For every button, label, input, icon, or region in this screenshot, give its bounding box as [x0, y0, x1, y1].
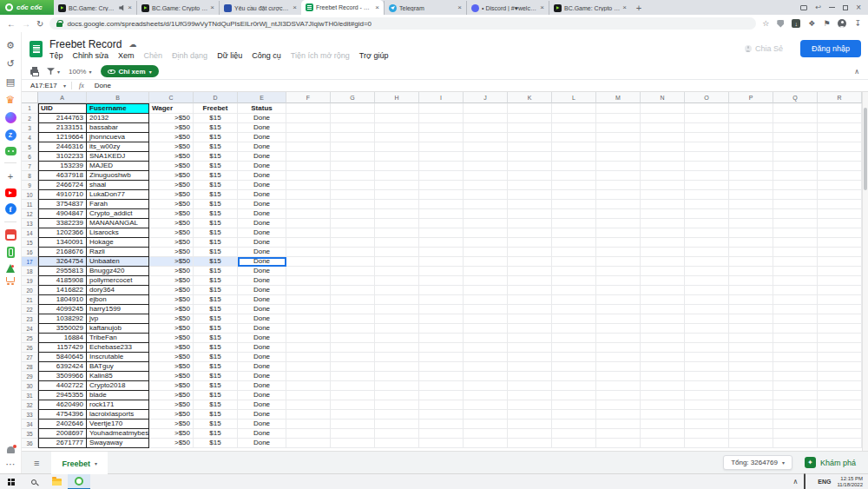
- grid-cell[interactable]: [773, 314, 818, 324]
- grid-cell[interactable]: [685, 257, 729, 267]
- row-header[interactable]: 26: [22, 343, 38, 353]
- grid-cell[interactable]: [729, 429, 773, 439]
- grid-cell[interactable]: [552, 200, 596, 209]
- menu-chèn[interactable]: Chèn: [144, 51, 163, 60]
- row-header[interactable]: 24: [22, 324, 38, 334]
- grid-cell[interactable]: [818, 420, 862, 429]
- grid-cell[interactable]: [641, 219, 685, 228]
- grid-cell[interactable]: [375, 181, 419, 190]
- grid-cell[interactable]: [508, 420, 552, 429]
- grid-cell[interactable]: [508, 142, 552, 152]
- grid-cell[interactable]: [464, 305, 508, 314]
- grid-cell[interactable]: [331, 353, 375, 362]
- grid-cell[interactable]: [596, 381, 641, 391]
- column-header-B[interactable]: B: [87, 92, 149, 103]
- grid-cell[interactable]: [464, 439, 508, 448]
- grid-cell[interactable]: >$50: [149, 257, 194, 267]
- grid-cell[interactable]: [596, 295, 641, 305]
- grid-cell[interactable]: >$50: [149, 219, 194, 228]
- grid-cell[interactable]: [419, 142, 464, 152]
- history-icon[interactable]: ↺: [4, 57, 16, 69]
- crown-icon[interactable]: ♛: [4, 94, 16, 106]
- grid-cell[interactable]: Done: [238, 228, 286, 238]
- grid-cell[interactable]: [596, 334, 641, 343]
- grid-cell[interactable]: [729, 276, 773, 286]
- grid-cell[interactable]: jhonncueva: [87, 133, 149, 142]
- grid-cell[interactable]: [508, 276, 552, 286]
- grid-cell[interactable]: [464, 372, 508, 381]
- grid-cell[interactable]: Done: [238, 439, 286, 448]
- grid-cell[interactable]: [818, 276, 862, 286]
- grid-cell[interactable]: [773, 400, 818, 410]
- grid-cell[interactable]: [419, 181, 464, 190]
- grid-cell[interactable]: [773, 429, 818, 439]
- browser-tab[interactable]: BC.Game: Crypto Ca×: [54, 1, 136, 15]
- grid-cell[interactable]: >$50: [149, 372, 194, 381]
- grid-cell[interactable]: 2008697: [38, 429, 87, 439]
- grid-cell[interactable]: $15: [194, 171, 238, 181]
- grid-cell[interactable]: [375, 152, 419, 162]
- grid-cell[interactable]: [685, 190, 729, 200]
- grid-cell[interactable]: [508, 267, 552, 276]
- grid-cell[interactable]: [286, 295, 331, 305]
- grid-cell[interactable]: [331, 276, 375, 286]
- grid-cell[interactable]: [552, 400, 596, 410]
- grid-cell[interactable]: [818, 133, 862, 142]
- grid-cell[interactable]: Echebase233: [87, 343, 149, 353]
- grid-cell[interactable]: 4185908: [38, 276, 87, 286]
- grid-cell[interactable]: $15: [194, 228, 238, 238]
- grid-cell[interactable]: >$50: [149, 391, 194, 400]
- row-header[interactable]: 14: [22, 228, 38, 238]
- grid-cell[interactable]: [464, 238, 508, 248]
- grid-cell[interactable]: [641, 209, 685, 219]
- grid-cell[interactable]: >$50: [149, 353, 194, 362]
- grid-cell[interactable]: [685, 276, 729, 286]
- grid-cell[interactable]: >$50: [149, 133, 194, 142]
- row-header[interactable]: 27: [22, 353, 38, 362]
- grid-cell[interactable]: Kalin85: [87, 372, 149, 381]
- grid-cell[interactable]: [419, 190, 464, 200]
- grid-cell[interactable]: $15: [194, 238, 238, 248]
- grid-cell[interactable]: [419, 391, 464, 400]
- filter-button[interactable]: ▾: [47, 68, 60, 76]
- row-header[interactable]: 21: [22, 295, 38, 305]
- grid-cell[interactable]: [508, 114, 552, 123]
- grid-cell[interactable]: >$50: [149, 123, 194, 133]
- calendar-icon[interactable]: [5, 229, 16, 241]
- grid-cell[interactable]: >$50: [149, 334, 194, 343]
- grid-cell[interactable]: [375, 429, 419, 439]
- tab-close-icon[interactable]: ×: [540, 4, 544, 11]
- grid-cell[interactable]: >$50: [149, 228, 194, 238]
- grid-cell[interactable]: [464, 334, 508, 343]
- grid-cell[interactable]: [818, 114, 862, 123]
- grid-cell[interactable]: [331, 238, 375, 248]
- print-icon[interactable]: [30, 69, 38, 75]
- tab-close-icon[interactable]: ×: [375, 4, 379, 11]
- grid-cell[interactable]: [375, 133, 419, 142]
- grid-cell[interactable]: [552, 152, 596, 162]
- cart-icon[interactable]: [6, 277, 15, 282]
- audio-playing-icon[interactable]: [119, 5, 125, 11]
- grid-cell[interactable]: [508, 439, 552, 448]
- grid-cell[interactable]: [419, 295, 464, 305]
- grid-cell[interactable]: [818, 391, 862, 400]
- grid-cell[interactable]: [552, 228, 596, 238]
- grid-cell[interactable]: Done: [238, 391, 286, 400]
- grid-cell[interactable]: [419, 410, 464, 420]
- grid-cell[interactable]: $15: [194, 429, 238, 439]
- grid-cell[interactable]: 2168676: [38, 248, 87, 257]
- grid-cell[interactable]: [773, 343, 818, 353]
- grid-cell[interactable]: $15: [194, 314, 238, 324]
- column-header-O[interactable]: O: [685, 92, 729, 103]
- grid-cell[interactable]: [331, 267, 375, 276]
- grid-cell[interactable]: [331, 439, 375, 448]
- row-header[interactable]: 13: [22, 219, 38, 228]
- grid-cell[interactable]: [773, 410, 818, 420]
- grid-cell[interactable]: [419, 420, 464, 429]
- close-button[interactable]: ×: [856, 3, 861, 12]
- file-explorer-icon[interactable]: [45, 474, 68, 489]
- grid-cell[interactable]: [508, 219, 552, 228]
- grid-cell[interactable]: [375, 200, 419, 209]
- grid-cell[interactable]: $15: [194, 400, 238, 410]
- tab-close-icon[interactable]: ×: [210, 4, 214, 11]
